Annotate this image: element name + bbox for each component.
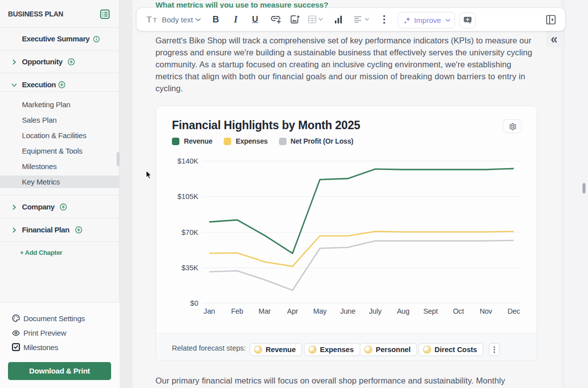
svg-text:Apr: Apr (287, 307, 298, 315)
svg-text:$70K: $70K (181, 228, 198, 236)
svg-text:Oct: Oct (453, 307, 464, 315)
svg-text:$35K: $35K (181, 264, 198, 272)
svg-text:$0: $0 (190, 299, 198, 307)
svg-text:Nov: Nov (479, 307, 492, 315)
svg-text:T: T (153, 17, 157, 24)
svg-text:$105K: $105K (177, 193, 198, 200)
svg-text:Dec: Dec (507, 307, 520, 315)
svg-text:Aug: Aug (397, 307, 409, 315)
svg-text:Sept: Sept (423, 307, 438, 315)
svg-text:Mar: Mar (259, 307, 271, 315)
svg-text:Jan: Jan (204, 307, 215, 315)
svg-text:July: July (369, 307, 382, 315)
svg-text:June: June (340, 307, 356, 315)
svg-text:$140K: $140K (177, 157, 198, 165)
svg-text:May: May (313, 307, 327, 315)
svg-text:T: T (147, 15, 152, 24)
svg-text:Feb: Feb (231, 307, 244, 315)
